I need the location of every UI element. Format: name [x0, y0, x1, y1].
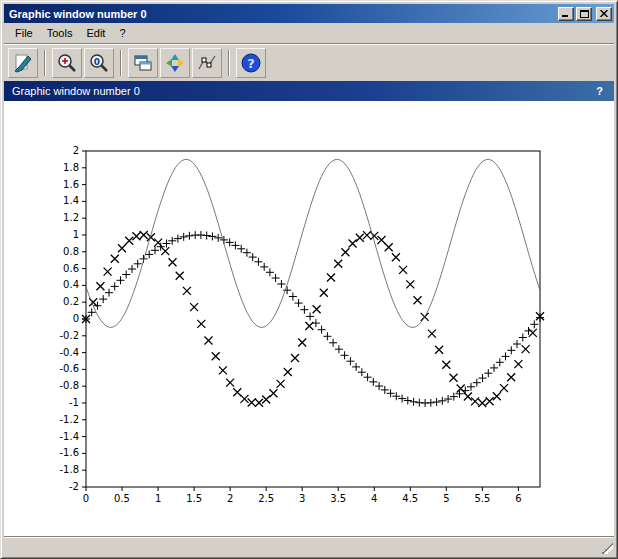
svg-text:1.6: 1.6: [63, 179, 79, 190]
graphic-window: Graphic window number 0 File Tools Edit …: [0, 0, 618, 559]
svg-text:-0.6: -0.6: [59, 363, 79, 374]
window-title: Graphic window number 0: [9, 8, 558, 20]
svg-text:1.2: 1.2: [63, 212, 79, 223]
window-controls: [558, 7, 612, 21]
svg-text:-0.4: -0.4: [59, 347, 79, 358]
datatip-icon: [196, 52, 218, 74]
svg-text:0.8: 0.8: [63, 246, 79, 257]
menubar: File Tools Edit ?: [4, 23, 614, 43]
svg-text:2: 2: [227, 493, 233, 504]
titlebar[interactable]: Graphic window number 0: [4, 4, 614, 23]
svg-text:0.5: 0.5: [114, 493, 130, 504]
svg-text:1.5: 1.5: [186, 493, 202, 504]
toolbar-separator: [228, 50, 230, 76]
toolbar-separator: [120, 50, 122, 76]
svg-text:1.8: 1.8: [63, 162, 79, 173]
svg-text:0: 0: [83, 493, 89, 504]
svg-text:1: 1: [73, 229, 79, 240]
statusbar: [4, 537, 614, 555]
rotate-3d-button[interactable]: [160, 48, 190, 78]
plot-canvas[interactable]: 00.511.522.533.544.555.56-2-1.8-1.6-1.4-…: [4, 101, 614, 537]
help-icon: ?: [240, 52, 262, 74]
export-icon: [12, 52, 34, 74]
menu-file[interactable]: File: [8, 25, 40, 41]
help-button[interactable]: ?: [236, 48, 266, 78]
minimize-button[interactable]: [558, 7, 574, 21]
svg-text:1.4: 1.4: [63, 195, 79, 206]
infobar: Graphic window number 0 ?: [4, 81, 614, 101]
svg-text:-1: -1: [69, 397, 79, 408]
svg-text:-0.2: -0.2: [59, 330, 79, 341]
plot-svg: 00.511.522.533.544.555.56-2-1.8-1.6-1.4-…: [4, 101, 614, 537]
svg-text:3: 3: [299, 493, 305, 504]
svg-text:0: 0: [73, 313, 79, 324]
unzoom-icon: 0: [88, 52, 110, 74]
datatip-button[interactable]: [192, 48, 222, 78]
menu-tools[interactable]: Tools: [40, 25, 80, 41]
svg-text:3.5: 3.5: [330, 493, 346, 504]
svg-text:4: 4: [371, 493, 377, 504]
infobar-title: Graphic window number 0: [12, 85, 593, 97]
close-icon: [600, 10, 608, 17]
svg-text:6: 6: [515, 493, 521, 504]
close-button[interactable]: [596, 7, 612, 21]
svg-text:5.5: 5.5: [474, 493, 490, 504]
svg-text:-1.4: -1.4: [59, 431, 79, 442]
minimize-icon: [562, 10, 570, 17]
maximize-icon: [580, 10, 589, 18]
svg-text:2.5: 2.5: [258, 493, 274, 504]
resize-grip[interactable]: [601, 542, 613, 554]
svg-text:4.5: 4.5: [402, 493, 418, 504]
svg-text:2: 2: [73, 145, 79, 156]
export-button[interactable]: [8, 48, 38, 78]
svg-text:?: ?: [247, 55, 255, 70]
svg-text:-1.2: -1.2: [59, 414, 79, 425]
zoom-in-button[interactable]: [52, 48, 82, 78]
figure-properties-button[interactable]: [128, 48, 158, 78]
figure-properties-icon: [132, 52, 154, 74]
toolbar-separator: [44, 50, 46, 76]
svg-text:1: 1: [155, 493, 161, 504]
svg-text:0: 0: [94, 56, 100, 66]
toolbar: 0: [4, 43, 614, 81]
unzoom-button[interactable]: 0: [84, 48, 114, 78]
menu-help[interactable]: ?: [112, 25, 132, 41]
svg-text:0.2: 0.2: [63, 296, 79, 307]
svg-text:-1.8: -1.8: [59, 464, 79, 475]
svg-text:0.6: 0.6: [63, 263, 79, 274]
zoom-in-icon: [56, 52, 78, 74]
svg-text:5: 5: [443, 493, 449, 504]
svg-text:-1.6: -1.6: [59, 447, 79, 458]
rotate-3d-icon: [164, 52, 186, 74]
svg-text:-2: -2: [69, 481, 79, 492]
svg-text:0.4: 0.4: [63, 279, 79, 290]
maximize-button[interactable]: [576, 7, 592, 21]
menu-edit[interactable]: Edit: [79, 25, 112, 41]
svg-text:-0.8: -0.8: [59, 380, 79, 391]
infobar-help-button[interactable]: ?: [593, 85, 606, 97]
